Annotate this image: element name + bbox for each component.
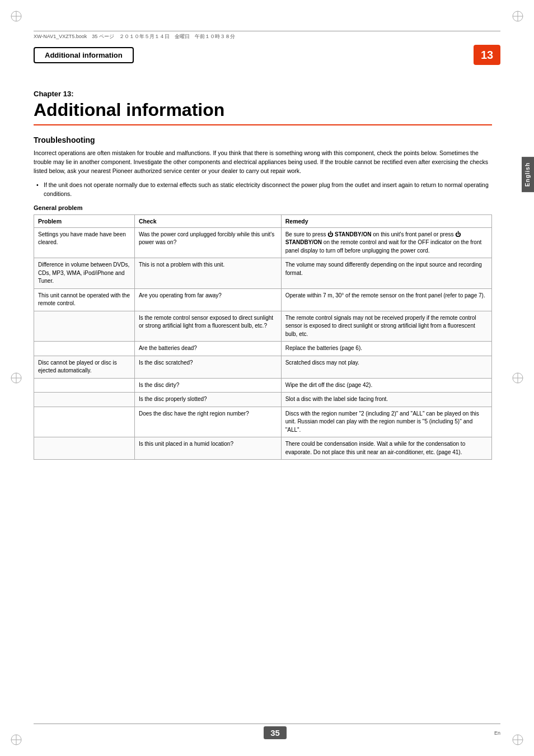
footer-en: En xyxy=(494,730,500,736)
reg-mark-top-right xyxy=(512,10,524,22)
remedy-cell: Wipe the dirt off the disc (page 42). xyxy=(281,378,491,393)
chapter-title-underline xyxy=(34,124,492,125)
table-row: Is the disc dirty?Wipe the dirt off the … xyxy=(34,378,492,393)
table-row: Is this unit placed in a humid location?… xyxy=(34,437,492,460)
table-row: Disc cannot be played or disc is ejected… xyxy=(34,356,492,378)
troubleshooting-bullet: If the unit does not operate normally du… xyxy=(34,181,492,199)
table-row: Is the remote control sensor exposed to … xyxy=(34,311,492,342)
check-cell: Is the disc scratched? xyxy=(134,356,281,378)
remedy-cell: Slot a disc with the label side facing f… xyxy=(281,393,491,407)
check-cell: Is the disc dirty? xyxy=(134,378,281,393)
table-row: Difference in volume between DVDs, CDs, … xyxy=(34,258,492,289)
remedy-cell: Be sure to press ⏻ STANDBY/ON on this un… xyxy=(281,227,491,258)
table-row: Are the batteries dead?Replace the batte… xyxy=(34,342,492,356)
file-info-text: XW-NAV1_VXZT5.book 35 ページ ２０１０年５月１４日 金曜日… xyxy=(34,33,235,40)
check-cell: This is not a problem with this unit. xyxy=(134,258,281,289)
problem-cell xyxy=(34,311,135,342)
reg-mark-bottom-left xyxy=(10,734,22,746)
check-cell: Was the power cord unplugged forcibly wh… xyxy=(134,227,281,258)
check-cell: Is the remote control sensor exposed to … xyxy=(134,311,281,342)
table-row: Is the disc properly slotted?Slot a disc… xyxy=(34,393,492,407)
remedy-cell: Scratched discs may not play. xyxy=(281,356,491,378)
reg-mark-top-left xyxy=(10,10,22,22)
chapter-label: Chapter 13: xyxy=(34,90,492,98)
main-content: Chapter 13: Additional information Troub… xyxy=(34,59,492,460)
table-row: Does the disc have the right region numb… xyxy=(34,407,492,437)
problem-cell: Disc cannot be played or disc is ejected… xyxy=(34,356,135,378)
problem-cell: Difference in volume between DVDs, CDs, … xyxy=(34,258,135,289)
remedy-cell: The remote control signals may not be re… xyxy=(281,311,491,342)
table-row: This unit cannot be operated with the re… xyxy=(34,288,492,311)
check-cell: Does the disc have the right region numb… xyxy=(134,407,281,437)
problem-cell xyxy=(34,437,135,460)
problem-cell xyxy=(34,393,135,407)
reg-mark-bottom-right xyxy=(512,734,524,746)
check-cell: Are the batteries dead? xyxy=(134,342,281,356)
check-cell: Is the disc properly slotted? xyxy=(134,393,281,407)
general-problem-heading: General problem xyxy=(34,204,492,211)
footer-bar: 35 En xyxy=(34,724,500,739)
col-check: Check xyxy=(134,214,281,227)
troubleshooting-intro: Incorrect operations are often mistaken … xyxy=(34,149,492,175)
english-tab: English xyxy=(522,157,534,192)
page-number-badge: 35 xyxy=(264,726,287,739)
remedy-cell: There could be condensation inside. Wait… xyxy=(281,437,491,460)
page-number: 35 xyxy=(270,728,280,738)
check-cell: Are you operating from far away? xyxy=(134,288,281,311)
remedy-cell: Discs with the region number "2 (includi… xyxy=(281,407,491,437)
reg-mark-mid-left xyxy=(10,372,22,384)
problem-cell xyxy=(34,378,135,393)
check-cell: Is this unit placed in a humid location? xyxy=(134,437,281,460)
troubleshooting-heading: Troubleshooting xyxy=(34,136,492,144)
col-remedy: Remedy xyxy=(281,214,491,227)
col-problem: Problem xyxy=(34,214,135,227)
file-info-bar: XW-NAV1_VXZT5.book 35 ページ ２０１０年５月１４日 金曜日… xyxy=(34,31,500,40)
problem-cell: This unit cannot be operated with the re… xyxy=(34,288,135,311)
problem-cell: Settings you have made have been cleared… xyxy=(34,227,135,258)
reg-mark-mid-right xyxy=(512,372,524,384)
problem-cell xyxy=(34,407,135,437)
remedy-cell: The volume may sound differently dependi… xyxy=(281,258,491,289)
problem-cell xyxy=(34,342,135,356)
troubleshooting-table: Problem Check Remedy Settings you have m… xyxy=(34,214,492,460)
chapter-title: Additional information xyxy=(34,100,492,120)
table-row: Settings you have made have been cleared… xyxy=(34,227,492,258)
remedy-cell: Replace the batteries (page 6). xyxy=(281,342,491,356)
remedy-cell: Operate within 7 m, 30° of the remote se… xyxy=(281,288,491,311)
